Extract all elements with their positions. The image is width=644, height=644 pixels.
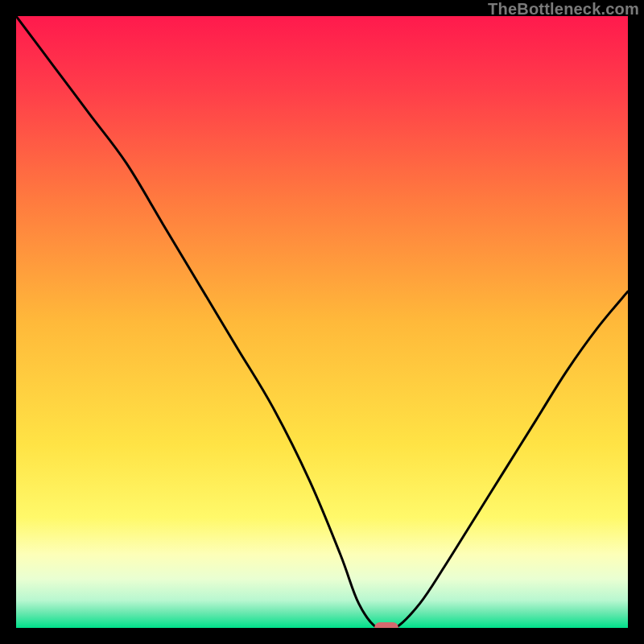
bottleneck-curve-path <box>16 16 628 628</box>
chart-frame: TheBottleneck.com <box>0 0 644 644</box>
plot-area <box>16 16 628 628</box>
optimal-marker <box>374 622 398 628</box>
curve-svg <box>16 16 628 628</box>
